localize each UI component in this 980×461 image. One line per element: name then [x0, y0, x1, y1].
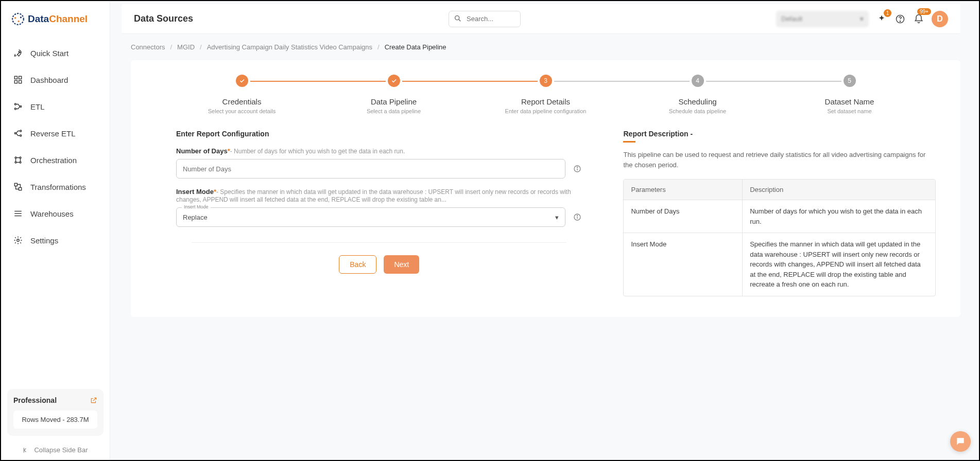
divider — [192, 242, 566, 243]
step-title: Scheduling — [622, 97, 773, 106]
nav-label: Orchestration — [30, 156, 77, 165]
cell-param: Insert Mode — [624, 233, 742, 296]
back-button[interactable]: Back — [339, 255, 376, 274]
chevron-down-icon: ▾ — [555, 214, 559, 221]
svg-point-16 — [20, 157, 21, 158]
plan-rows: Rows Moved - 283.7M — [13, 411, 97, 429]
search[interactable] — [449, 11, 521, 27]
svg-point-0 — [12, 13, 24, 25]
breadcrumb: Connectors / MGID / Advertising Campaign… — [110, 34, 979, 56]
svg-rect-19 — [14, 183, 17, 186]
svg-point-10 — [14, 108, 16, 110]
nav-label: Quick Start — [30, 49, 68, 58]
svg-point-3 — [18, 21, 19, 22]
select-float-label: Insert Mode — [182, 204, 211, 209]
chat-button[interactable] — [950, 431, 971, 452]
nav-quick-start[interactable]: Quick Start — [5, 41, 106, 65]
step-title: Report Details — [470, 97, 622, 106]
param-table: Parameters Description Number of Days Nu… — [623, 179, 936, 296]
nav-reverse-etl[interactable]: Reverse ETL — [5, 121, 106, 145]
description-text: This pipeline can be used to request and… — [623, 150, 936, 170]
nav-settings[interactable]: Settings — [5, 228, 106, 252]
svg-point-15 — [15, 157, 16, 158]
step-title: Dataset Name — [773, 97, 925, 106]
nav-orchestration[interactable]: Orchestration — [5, 148, 106, 172]
notifications-button[interactable]: 99+ — [913, 13, 924, 25]
svg-point-26 — [455, 15, 459, 20]
org-selector[interactable]: Default ▾ — [776, 11, 869, 27]
stepper: Credentials Select your account details … — [166, 75, 925, 114]
th-parameters: Parameters — [624, 180, 742, 200]
svg-point-17 — [15, 162, 16, 163]
table-row: Insert Mode Specifies the manner in whic… — [624, 233, 935, 296]
svg-rect-6 — [19, 76, 22, 79]
collapse-label: Collapse Side Bar — [34, 446, 88, 454]
description-panel: Report Description - This pipeline can b… — [623, 130, 946, 296]
crumb[interactable]: MGID — [177, 43, 195, 51]
ai-sparkle-button[interactable]: 1 — [876, 13, 887, 25]
nav-warehouses[interactable]: Warehouses — [5, 202, 106, 225]
bell-badge: 99+ — [917, 8, 931, 15]
th-description: Description — [742, 180, 935, 200]
step-scheduling[interactable]: 4 Scheduling Schedule data pipeline — [622, 75, 773, 114]
field-label-days: Number of Days — [176, 147, 228, 155]
orchestration-icon — [13, 155, 23, 165]
svg-point-29 — [900, 21, 900, 21]
svg-point-11 — [20, 106, 22, 108]
reverse-etl-icon — [13, 128, 23, 138]
crumb[interactable]: Advertising Campaign Daily Statistics Vi… — [207, 43, 372, 51]
step-num: 3 — [540, 75, 552, 87]
step-data-pipeline[interactable]: Data Pipeline Select a data pipeline — [318, 75, 470, 114]
collapse-icon — [23, 447, 30, 454]
nav-etl[interactable]: ETL — [5, 95, 106, 118]
svg-line-27 — [459, 20, 460, 21]
nav-transformations[interactable]: Transformations — [5, 175, 106, 199]
field-hint-days: - Number of days for which you wish to g… — [230, 148, 405, 155]
nav-label: ETL — [30, 102, 45, 111]
nav-label: Reverse ETL — [30, 129, 76, 138]
collapse-sidebar[interactable]: Collapse Side Bar — [1, 440, 110, 460]
logo[interactable]: DataChannel — [1, 1, 110, 41]
next-button[interactable]: Next — [384, 255, 419, 274]
transformations-icon — [13, 182, 23, 192]
step-report-details[interactable]: 3 Report Details Enter data pipeline con… — [470, 75, 622, 114]
svg-point-32 — [577, 167, 578, 167]
warehouses-icon — [13, 208, 23, 219]
cell-desc: Number of days for which you wish to get… — [742, 200, 935, 233]
external-link-icon[interactable] — [90, 397, 97, 404]
step-title: Data Pipeline — [318, 97, 470, 106]
crumb[interactable]: Connectors — [131, 43, 165, 51]
insert-mode-select[interactable]: Insert Mode Replace ▾ — [176, 207, 565, 227]
crumb-current: Create Data Pipeline — [385, 43, 446, 51]
plan-card: Professional Rows Moved - 283.7M — [7, 389, 104, 436]
step-sub: Select your account details — [166, 108, 318, 114]
svg-point-1 — [14, 17, 16, 19]
step-num: 5 — [844, 75, 856, 87]
nav-label: Dashboard — [30, 76, 68, 84]
avatar[interactable]: D — [932, 11, 948, 27]
table-header: Parameters Description — [624, 180, 935, 200]
field-label-mode: Insert Mode — [176, 188, 214, 196]
search-icon — [454, 14, 462, 23]
nav-dashboard[interactable]: Dashboard — [5, 68, 106, 92]
info-icon[interactable] — [573, 165, 582, 173]
svg-point-12 — [20, 130, 22, 132]
nav-label: Warehouses — [30, 209, 74, 218]
sidebar: DataChannel Quick Start Dashboard ETL Re… — [1, 1, 110, 460]
logo-icon — [11, 12, 25, 26]
svg-point-4 — [19, 51, 20, 52]
step-sub: Set dataset name — [773, 108, 925, 114]
svg-point-9 — [14, 103, 16, 105]
cell-desc: Specifies the manner in which data will … — [742, 233, 935, 296]
step-dataset-name[interactable]: 5 Dataset Name Set dataset name — [773, 75, 925, 114]
help-button[interactable] — [895, 13, 906, 25]
step-credentials[interactable]: Credentials Select your account details — [166, 75, 318, 114]
org-name: Default — [781, 15, 802, 23]
info-icon[interactable] — [573, 213, 582, 221]
svg-rect-5 — [14, 76, 17, 79]
number-of-days-input[interactable] — [176, 159, 565, 179]
svg-point-18 — [20, 162, 21, 163]
cell-param: Number of Days — [624, 200, 742, 233]
nav-label: Settings — [30, 236, 58, 245]
sparkle-badge: 1 — [884, 9, 891, 17]
